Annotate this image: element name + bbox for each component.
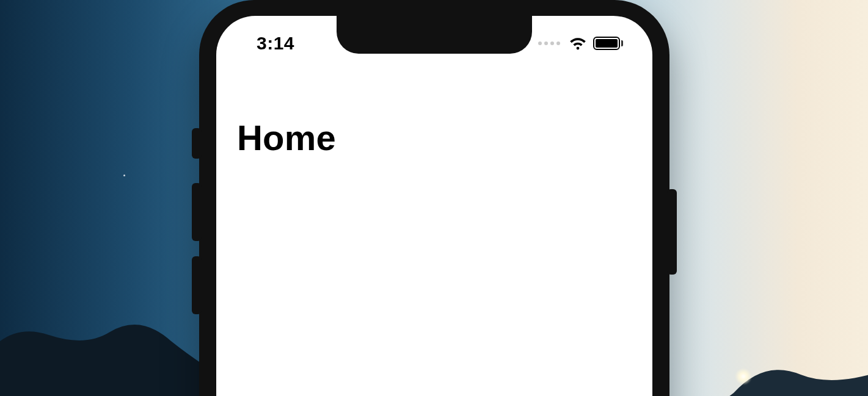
mute-switch[interactable]: [192, 128, 202, 159]
power-button[interactable]: [667, 189, 677, 275]
wallpaper-star: [123, 175, 125, 176]
wallpaper-sun: [735, 368, 752, 385]
wallpaper-mountain-right: [721, 335, 868, 396]
status-time: 3:14: [257, 33, 294, 54]
volume-up-button[interactable]: [192, 183, 202, 241]
phone-frame: 3:14 Home: [199, 0, 669, 396]
status-bar: 3:14: [216, 29, 652, 57]
volume-down-button[interactable]: [192, 256, 202, 314]
wifi-icon: [569, 37, 587, 50]
status-right-icons: [538, 37, 623, 50]
phone-screen: 3:14 Home: [216, 16, 652, 396]
cellular-dots-icon: [538, 41, 560, 45]
battery-icon: [593, 37, 623, 50]
page-title: Home: [237, 117, 336, 158]
